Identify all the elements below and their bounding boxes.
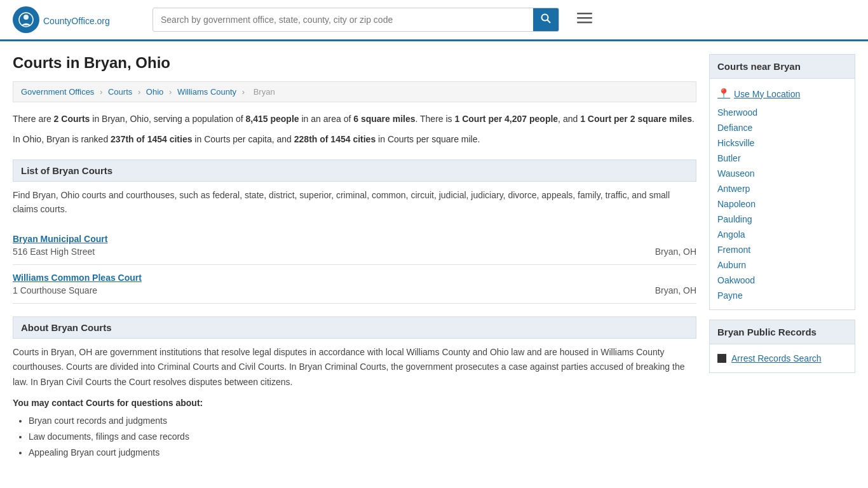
area: 6 square miles (353, 114, 415, 124)
court-row-1: 516 East High Street Bryan, OH (13, 247, 696, 257)
sidebar-link-auburn[interactable]: Auburn (717, 257, 847, 273)
menu-button[interactable] (572, 9, 597, 30)
sidebar-link-hicksville[interactable]: Hicksville (717, 135, 847, 151)
location-icon: 📍 (717, 88, 730, 100)
courts-description: Find Bryan, Ohio courts and courthouses,… (13, 188, 696, 217)
bullet-item-2: Law documents, filings and case records (29, 429, 696, 445)
sidebar-link-defiance[interactable]: Defiance (717, 120, 847, 135)
population: 8,415 people (246, 114, 299, 124)
summary-paragraph-1: There are 2 Courts in Bryan, Ohio, servi… (13, 112, 696, 126)
sidebar-link-fremont[interactable]: Fremont (717, 242, 847, 257)
breadcrumb-williams-county[interactable]: Williams County (177, 87, 236, 97)
rank-capita: 237th of 1454 cities (111, 134, 192, 144)
sidebar-link-sherwood[interactable]: Sherwood (717, 105, 847, 120)
court-name-2[interactable]: Williams Common Pleas Court (13, 273, 142, 283)
arrest-records-link[interactable]: Arrest Records Search (717, 351, 847, 366)
per-capita: 1 Court per 4,207 people (455, 114, 559, 124)
sidebar-link-angola[interactable]: Angola (717, 227, 847, 242)
breadcrumb-gov-offices[interactable]: Government Offices (21, 87, 94, 97)
breadcrumb-courts[interactable]: Courts (108, 87, 132, 97)
svg-rect-7 (577, 22, 592, 24)
sidebar-link-payne[interactable]: Payne (717, 288, 847, 303)
per-area: 1 Court per 2 square miles (580, 114, 692, 124)
court-city-1: Bryan, OH (655, 247, 696, 257)
use-my-location-link[interactable]: 📍 Use My Location (717, 85, 847, 105)
bullet-item-1: Bryan court records and judgments (29, 413, 696, 429)
sidebar: Courts near Bryan 📍 Use My Location Sher… (709, 54, 855, 461)
court-row-2: 1 Courthouse Square Bryan, OH (13, 285, 696, 295)
public-records-box: Bryan Public Records Arrest Records Sear… (709, 320, 855, 373)
courts-near-box: Courts near Bryan 📍 Use My Location Sher… (709, 54, 855, 310)
about-text: Courts in Bryan, OH are government insti… (13, 345, 696, 390)
logo-icon (13, 6, 39, 33)
public-records-content: Arrest Records Search (710, 344, 855, 372)
courts-near-content: 📍 Use My Location Sherwood Defiance Hick… (710, 79, 855, 309)
court-address-2: 1 Courthouse Square (13, 285, 97, 295)
site-header: CountyOffice.org (0, 0, 868, 41)
rank-area: 228th of 1454 cities (294, 134, 376, 144)
courts-count: 2 Courts (54, 114, 90, 124)
about-header: About Bryan Courts (13, 316, 696, 339)
sidebar-link-wauseon[interactable]: Wauseon (717, 166, 847, 181)
sidebar-link-butler[interactable]: Butler (717, 151, 847, 166)
court-name-1[interactable]: Bryan Municipal Court (13, 234, 107, 244)
record-square-icon (717, 354, 726, 363)
contact-heading: You may contact Courts for questions abo… (13, 398, 696, 408)
court-item-2: Williams Common Pleas Court 1 Courthouse… (13, 265, 696, 304)
search-input[interactable] (153, 10, 533, 30)
courts-list-header: List of Bryan Courts (13, 159, 696, 182)
sidebar-link-paulding[interactable]: Paulding (717, 212, 847, 227)
page-title: Courts in Bryan, Ohio (13, 54, 696, 72)
sidebar-link-oakwood[interactable]: Oakwood (717, 273, 847, 288)
breadcrumb-bryan: Bryan (254, 87, 275, 97)
logo-text: CountyOffice.org (43, 13, 110, 27)
court-city-2: Bryan, OH (655, 285, 696, 295)
courts-near-header: Courts near Bryan (710, 55, 855, 79)
search-button[interactable] (533, 8, 559, 31)
content-area: Courts in Bryan, Ohio Government Offices… (13, 54, 696, 461)
breadcrumb: Government Offices › Courts › Ohio › Wil… (13, 81, 696, 102)
main-container: Courts in Bryan, Ohio Government Offices… (0, 41, 868, 474)
sidebar-link-antwerp[interactable]: Antwerp (717, 181, 847, 196)
svg-line-4 (547, 20, 550, 23)
sidebar-link-napoleon[interactable]: Napoleon (717, 196, 847, 212)
court-address-1: 516 East High Street (13, 247, 95, 257)
svg-rect-6 (577, 17, 592, 19)
breadcrumb-ohio[interactable]: Ohio (146, 87, 163, 97)
bullet-list: Bryan court records and judgments Law do… (13, 413, 696, 461)
search-bar (153, 8, 559, 32)
summary-paragraph-2: In Ohio, Bryan is ranked 237th of 1454 c… (13, 132, 696, 146)
svg-rect-5 (577, 13, 592, 15)
svg-point-1 (24, 15, 29, 20)
court-item-1: Bryan Municipal Court 516 East High Stre… (13, 226, 696, 265)
public-records-header: Bryan Public Records (710, 320, 855, 344)
logo[interactable]: CountyOffice.org (13, 6, 140, 33)
bullet-item-3: Appealing Bryan court judgments (29, 445, 696, 461)
